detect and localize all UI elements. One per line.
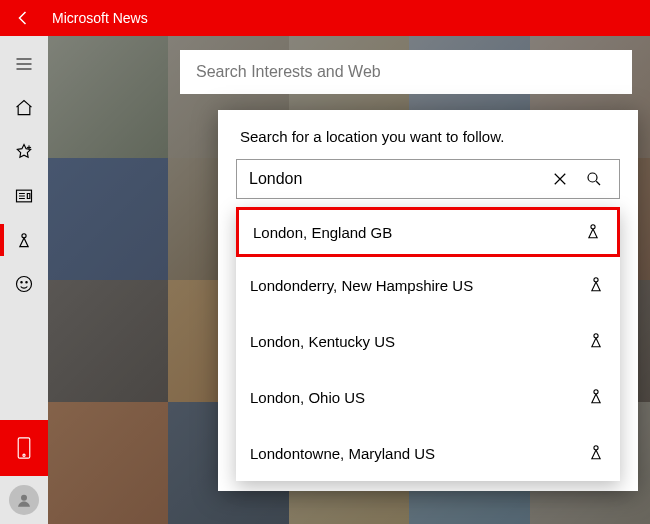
map-pin-icon [586,274,608,296]
svg-point-4 [26,282,27,283]
map-pin-icon [586,386,608,408]
sidebar-item-news[interactable] [0,174,48,218]
back-button[interactable] [0,0,48,36]
search-input[interactable] [196,63,616,81]
app-window: Microsoft News [0,0,650,524]
map-pin-icon [586,330,608,352]
person-icon [15,491,33,509]
result-label: London, Kentucky US [250,333,395,350]
smiley-icon [14,274,34,294]
svg-rect-5 [18,438,30,458]
result-label: London, England GB [253,224,392,241]
arrow-left-icon [15,9,33,27]
svg-point-2 [17,277,32,292]
app-title: Microsoft News [52,10,148,26]
location-result[interactable]: London, Ohio US [236,369,620,425]
location-result[interactable]: Londonderry, New Hampshire US [236,257,620,313]
location-prompt: Search for a location you want to follow… [236,128,620,145]
sidebar-item-interests[interactable] [0,130,48,174]
svg-point-8 [588,173,597,182]
location-results: London, England GB Londonderry, New Hamp… [236,207,620,481]
svg-point-7 [21,495,27,501]
sidebar-item-local[interactable] [0,218,48,262]
result-label: London, Ohio US [250,389,365,406]
search-button[interactable] [577,162,611,196]
location-search-popup: Search for a location you want to follow… [218,110,638,491]
sidebar-item-device[interactable] [0,420,48,476]
clear-button[interactable] [543,162,577,196]
map-pin-icon [583,221,605,243]
sidebar-item-menu[interactable] [0,42,48,86]
sidebar [0,36,48,524]
global-search-bar[interactable] [180,50,632,94]
sidebar-item-home[interactable] [0,86,48,130]
newspaper-icon [14,186,34,206]
magnifier-icon [585,170,603,188]
main-content: Search for a location you want to follow… [48,36,650,524]
location-input-box [236,159,620,199]
avatar-circle [9,485,39,515]
map-pin-icon [586,442,608,464]
hamburger-icon [14,54,34,74]
location-input[interactable] [249,170,543,188]
sidebar-item-account[interactable] [0,476,48,524]
app-body: Search for a location you want to follow… [0,36,650,524]
location-result[interactable]: Londontowne, Maryland US [236,425,620,481]
location-result[interactable]: London, Kentucky US [236,313,620,369]
result-label: Londonderry, New Hampshire US [250,277,473,294]
map-pin-icon [14,230,34,250]
sidebar-item-reactions[interactable] [0,262,48,306]
close-icon [551,170,569,188]
svg-point-6 [23,454,25,456]
svg-point-3 [21,282,22,283]
star-plus-icon [14,142,34,162]
phone-icon [15,435,33,461]
home-icon [14,98,34,118]
titlebar: Microsoft News [0,0,650,36]
location-result[interactable]: London, England GB [236,207,620,257]
result-label: Londontowne, Maryland US [250,445,435,462]
